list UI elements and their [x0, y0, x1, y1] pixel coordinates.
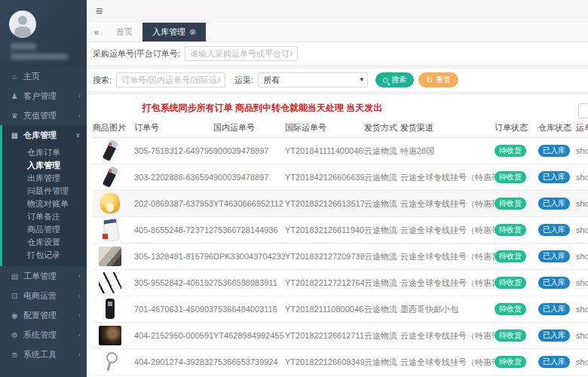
order-status-badge: 待收货	[495, 171, 526, 183]
search-button[interactable]: 搜索	[375, 72, 414, 87]
sidebar-subitem[interactable]: 订单备注	[2, 210, 87, 223]
product-image-cell	[93, 165, 134, 189]
source-cell: sho	[576, 199, 588, 208]
thumb-gadget-dark	[97, 139, 123, 163]
domestic-tracking-cell: 75366728144936	[213, 225, 285, 234]
sidebar-item-label: 系统管理	[23, 329, 78, 341]
warehouse-status-cell: 已入库	[538, 145, 576, 157]
shipping-method-cell: 云途物流	[364, 330, 400, 342]
channel-label: 运渠:	[234, 75, 253, 86]
sidebar-subitem[interactable]: 仓库设置	[2, 236, 87, 249]
sidebar-item-label: 电商运营	[23, 290, 78, 302]
ticket-icon: ▤	[9, 272, 20, 280]
warehouse-status-badge: 已入库	[538, 224, 570, 236]
purchase-filter-row: 采购运单号|平台订单号:	[87, 42, 588, 66]
order-status-cell: 待收货	[495, 198, 538, 210]
table-row: 305-1328481-8157960DPK330043704233YT2018…	[93, 244, 588, 270]
warehouse-status-badge: 已入库	[538, 171, 570, 183]
tab-入库管理[interactable]: 入库管理⊗	[142, 23, 206, 41]
sidebar-item-warehouse[interactable]: ▦仓库管理∨	[2, 125, 87, 145]
search-input[interactable]	[116, 72, 225, 87]
order-status-badge: 待收货	[495, 250, 526, 262]
sidebar-subitem[interactable]: 出库管理	[2, 172, 87, 185]
column-header: 仓库状态	[538, 122, 576, 133]
shipping-method-cell: 云途物流	[364, 146, 400, 157]
sidebar-item-label: 工单管理	[23, 271, 78, 282]
sidebar-subitem[interactable]: 仓库订单	[2, 146, 87, 159]
notice-text: 打包系统同步所有订单 商品到中转仓就能当天处理 当天发出	[93, 102, 432, 115]
table-body: 305-7518312-6497952900039478897YT2018411…	[93, 138, 588, 375]
column-header: 运单来源	[576, 122, 588, 133]
source-cell: sho	[576, 225, 588, 234]
search-label: 搜索:	[93, 75, 112, 86]
sidebar-item-tickets[interactable]: ▤工单管理‹	[2, 266, 87, 286]
product-image-cell	[93, 271, 134, 295]
chevron-left-icon: ‹	[78, 332, 81, 339]
table-header-row: 商品图片订单号国内运单号国际运单号发货方式发货渠道订单状态仓库状态运单来源	[93, 118, 588, 138]
column-header: 订单状态	[495, 122, 538, 133]
shipping-channel-cell: 云途全球专线挂号（特惠带电）	[400, 225, 495, 236]
sidebar-item-label: 系统工具	[23, 349, 78, 360]
warehouse-status-badge: 已入库	[538, 250, 570, 262]
sidebar-subitem[interactable]: 入库管理	[2, 159, 87, 172]
order-status-cell: 待收货	[495, 224, 538, 236]
sidebar-item-ecommerce[interactable]: ⊡电商运营‹	[2, 286, 87, 305]
sidebar-item-label: 主页	[23, 71, 81, 82]
order-status-badge: 待收货	[495, 224, 526, 236]
table-row: 405-8655248-723712475366728144936YT20183…	[93, 217, 588, 244]
order-status-badge: 待收货	[495, 303, 526, 315]
channel-select[interactable]: 所有 ▾	[258, 72, 368, 87]
product-image-cell	[93, 192, 134, 216]
sidebar-item-system[interactable]: ⚙系统管理‹	[2, 325, 87, 345]
sidebar-item-config[interactable]: ◉配置管理‹	[2, 305, 87, 325]
chevron-left-icon: ‹	[78, 112, 81, 119]
sidebar-subitem[interactable]: 物流对账单	[2, 198, 87, 210]
sidebar-subitem[interactable]: 商品管理	[2, 223, 87, 236]
channel-select-value: 所有	[263, 75, 280, 86]
product-image-cell	[93, 244, 134, 268]
order-status-cell: 待收货	[495, 250, 538, 262]
order-status-cell: 待收货	[495, 329, 538, 342]
order-status-cell: 待收货	[495, 145, 538, 157]
hamburger-menu-icon[interactable]: ≡	[96, 5, 103, 17]
sidebar-subitem[interactable]: 打包记录	[2, 249, 87, 262]
table-row: 404-2152950-0005918YT4628984992455YT2018…	[93, 323, 588, 349]
partial-toolbar-button[interactable]	[578, 103, 588, 118]
shipping-method-cell: 云途物流	[364, 198, 400, 210]
tabs-collapse-icon[interactable]: «	[87, 23, 106, 41]
search-icon	[383, 78, 388, 83]
order-status-cell: 待收货	[495, 303, 538, 315]
purchase-waybill-label: 采购运单号|平台订单号:	[93, 48, 180, 60]
shipping-method-cell: 云途物流	[364, 172, 400, 183]
order-number-cell: 305-9552842-4061929	[134, 278, 213, 287]
sidebar-item-home[interactable]: ⌂主页	[2, 66, 87, 86]
sidebar-menu: ⌂主页♟客户管理‹♛充值管理‹▦仓库管理∨仓库订单入库管理出库管理问题件管理物流…	[0, 66, 87, 364]
tab-首页[interactable]: 首页	[106, 23, 142, 41]
order-number-cell: 404-2901274-3928327	[134, 357, 213, 366]
reset-button[interactable]: ↻ 重置	[418, 72, 458, 87]
chevron-left-icon: ‹	[78, 312, 81, 319]
product-image-cell	[93, 139, 134, 163]
warehouse-status-cell: 已入库	[538, 329, 576, 342]
recharge-icon: ♛	[9, 112, 20, 120]
thumb-pens	[97, 271, 123, 295]
gear-icon: ⚙	[9, 331, 20, 339]
sidebar-submenu: 仓库订单入库管理出库管理问题件管理物流对账单订单备注商品管理仓库设置打包记录	[2, 145, 87, 266]
sidebar-item-recharge[interactable]: ♛充值管理‹	[2, 106, 87, 125]
sidebar-subitem[interactable]: 问题件管理	[2, 185, 87, 198]
sidebar-item-tools[interactable]: ≣系统工具‹	[2, 345, 87, 364]
order-status-badge: 待收货	[495, 145, 526, 157]
orders-panel: 打包系统同步所有订单 商品到中转仓就能当天处理 当天发出 商品图片订单号国内运单…	[87, 95, 588, 377]
sidebar-item-customers[interactable]: ♟客户管理‹	[2, 86, 87, 106]
close-icon[interactable]: ⊗	[189, 27, 196, 37]
domestic-tracking-cell: DPK330043704233	[213, 252, 285, 261]
purchase-waybill-input[interactable]	[185, 46, 298, 61]
product-image-cell	[93, 350, 134, 374]
shipping-method-cell: 云途物流	[364, 225, 400, 236]
domestic-tracking-cell: 900039478897	[213, 146, 285, 155]
shipping-channel-cell: 云途全球专线挂号（特惠带电）	[400, 330, 495, 342]
user-profile[interactable]	[0, 0, 87, 66]
thumb-device-red	[97, 218, 123, 242]
shipping-channel-cell: 云途全球专线挂号（特惠普货）	[400, 277, 495, 289]
user-info-blurred	[11, 54, 68, 60]
